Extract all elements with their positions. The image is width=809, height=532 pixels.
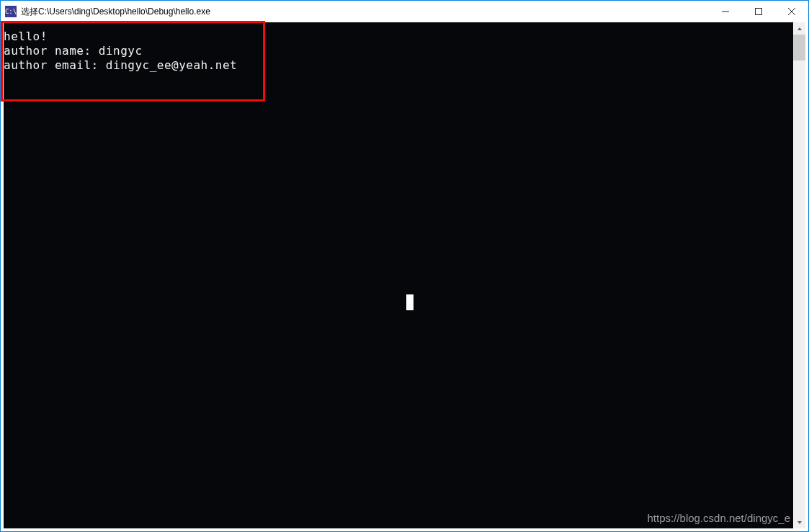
- close-button[interactable]: [775, 1, 808, 22]
- close-icon: [788, 8, 795, 15]
- scrollbar-track[interactable]: [793, 35, 805, 516]
- svg-marker-4: [797, 27, 802, 30]
- text-cursor: [406, 294, 414, 310]
- chevron-down-icon: [797, 520, 803, 526]
- window-controls: [709, 1, 808, 22]
- minimize-icon: [722, 8, 729, 15]
- svg-rect-1: [756, 9, 762, 15]
- scroll-down-button[interactable]: [793, 516, 805, 528]
- watermark-text: https://blog.csdn.net/dingyc_e: [648, 512, 790, 524]
- maximize-icon: [755, 8, 762, 15]
- client-area: hello! author name: dingyc author email:…: [1, 22, 808, 531]
- minimize-button[interactable]: [709, 1, 742, 22]
- maximize-button[interactable]: [742, 1, 775, 22]
- svg-marker-5: [797, 521, 802, 524]
- chevron-up-icon: [797, 26, 803, 32]
- titlebar[interactable]: C:\ 选择C:\Users\ding\Desktop\hello\Debug\…: [1, 1, 808, 22]
- scrollbar-thumb[interactable]: [793, 35, 805, 60]
- window-title: 选择C:\Users\ding\Desktop\hello\Debug\hell…: [21, 6, 709, 18]
- app-icon: C:\: [5, 6, 17, 17]
- console-text: hello! author name: dingyc author email:…: [4, 30, 237, 73]
- scroll-up-button[interactable]: [793, 22, 805, 35]
- vertical-scrollbar[interactable]: [793, 22, 805, 528]
- console-output[interactable]: hello! author name: dingyc author email:…: [4, 22, 793, 528]
- console-window: C:\ 选择C:\Users\ding\Desktop\hello\Debug\…: [0, 0, 809, 532]
